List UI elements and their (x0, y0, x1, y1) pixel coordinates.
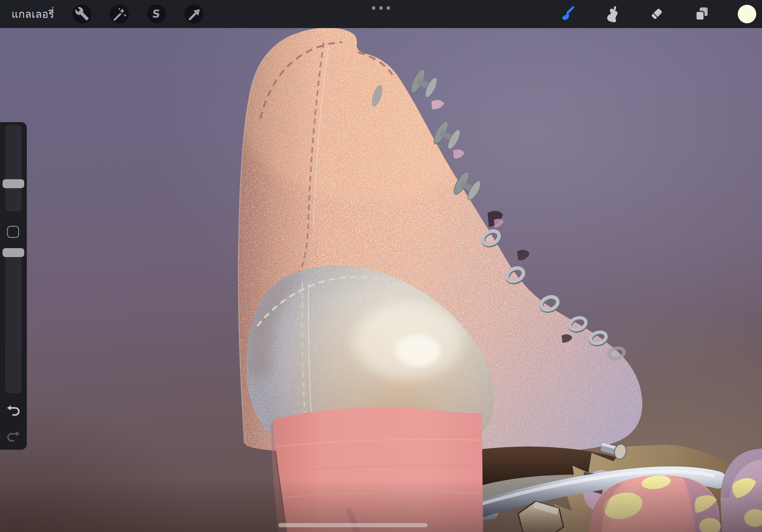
redo-icon (6, 440, 21, 445)
transform-button[interactable] (185, 4, 203, 24)
brush-size-handle[interactable] (3, 179, 24, 188)
paint-tool-button[interactable] (558, 5, 575, 23)
adjustments-button[interactable] (110, 4, 129, 24)
paintbrush-icon (558, 5, 575, 23)
home-indicator[interactable] (278, 523, 427, 527)
selection-s-icon: S (149, 6, 164, 22)
undo-button[interactable] (6, 403, 21, 418)
brush-sidebar (0, 122, 27, 450)
gallery-button[interactable]: แกลเลอรี่ (12, 6, 54, 23)
wrench-icon (75, 6, 89, 22)
drawing-canvas[interactable] (0, 0, 762, 532)
layers-button[interactable] (693, 5, 711, 23)
ellipsis-icon (387, 6, 390, 10)
ellipsis-icon (379, 6, 383, 10)
undo-icon (6, 414, 21, 419)
redo-button[interactable] (6, 429, 21, 444)
eraser-icon (648, 5, 665, 23)
brush-size-slider[interactable] (5, 125, 22, 212)
ellipsis-icon (372, 6, 376, 10)
magic-wand-icon (112, 6, 127, 22)
brush-opacity-slider[interactable] (5, 248, 22, 393)
smudge-tool-button[interactable] (603, 5, 621, 23)
selection-button[interactable]: S (147, 4, 166, 24)
layers-icon (693, 5, 710, 23)
canvas-overflow-menu[interactable] (372, 6, 390, 10)
svg-text:S: S (152, 7, 161, 20)
active-color-swatch[interactable] (738, 5, 756, 23)
transform-arrow-icon (187, 6, 202, 22)
skate-3d-model (0, 0, 762, 532)
erase-tool-button[interactable] (648, 5, 666, 23)
top-toolbar: แกลเลอรี่ S (0, 0, 762, 28)
modify-button[interactable] (7, 226, 19, 238)
actions-button[interactable] (72, 4, 92, 24)
brush-opacity-handle[interactable] (3, 248, 24, 257)
smudge-finger-icon (603, 5, 620, 23)
